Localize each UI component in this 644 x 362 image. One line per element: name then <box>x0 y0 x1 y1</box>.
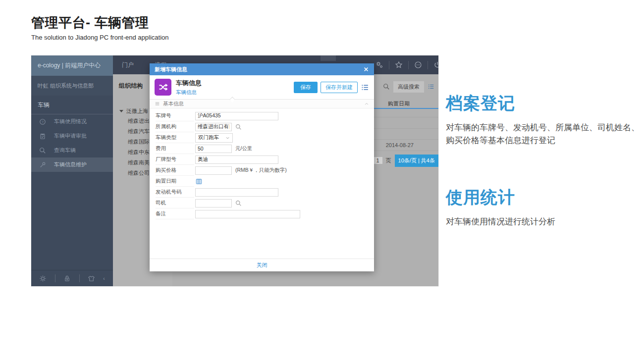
search-icon[interactable] <box>235 200 242 207</box>
field-label: 发动机号码 <box>156 187 194 198</box>
lock-icon[interactable] <box>63 275 71 282</box>
tree-expander-icon[interactable] <box>119 110 123 112</box>
divider <box>389 61 389 69</box>
modal-header: 车辆信息 车辆信息 保存 保存并新建 <box>150 75 374 99</box>
svg-text:?: ? <box>42 120 44 123</box>
feature-heading: 使用统计 <box>446 186 644 209</box>
list-menu-icon[interactable] <box>361 83 369 92</box>
question-circle-icon: ? <box>39 118 46 125</box>
field-label: 厂牌型号 <box>156 154 194 165</box>
sidebar-item-search-vehicle[interactable]: 查询车辆 <box>31 143 113 157</box>
nav-portal[interactable]: 门户 <box>122 61 134 69</box>
active-tab-highlight <box>321 55 336 61</box>
search-icon[interactable] <box>383 83 390 90</box>
vehicle-type-select[interactable]: 双门跑车 <box>195 133 233 143</box>
plate-number-input[interactable] <box>195 112 278 120</box>
modal-title: 新增车辆信息 <box>155 66 187 73</box>
advanced-search-button[interactable]: 高级搜索 <box>393 81 424 93</box>
clipboard-check-icon <box>39 133 46 140</box>
sidebar-item-vehicle-usage[interactable]: ? 车辆使用情况 <box>31 114 113 129</box>
field-label: 司机 <box>156 198 194 208</box>
page-title: 管理平台- 车辆管理 <box>31 14 149 32</box>
sidebar-item-vehicle-info-maintenance[interactable]: 车辆信息维护 <box>31 157 113 172</box>
modal-footer: 关闭 <box>150 259 374 271</box>
field-label: 所属机构 <box>156 121 194 132</box>
organization-input[interactable] <box>195 123 232 131</box>
page-number-input[interactable]: 1 <box>373 157 382 164</box>
close-icon[interactable] <box>363 66 369 72</box>
page-subtitle: The solution to Jiadong PC front-end app… <box>31 34 169 41</box>
sidebar-item-label: 车辆信息维护 <box>54 161 87 168</box>
list-menu-icon[interactable] <box>428 83 434 90</box>
modal-titlebar: 新增车辆信息 <box>150 63 374 75</box>
field-label: 购置日期 <box>156 176 194 187</box>
search-icon[interactable] <box>235 124 242 130</box>
field-label: 费用 <box>156 143 194 154</box>
gear-icon[interactable] <box>39 275 47 282</box>
search-icon <box>39 147 46 154</box>
chevron-up-icon[interactable] <box>364 102 369 106</box>
app-window: e-cology | 前端用户中心 叶虹 组织系统与信息部 车辆 ? 车辆使用情… <box>31 55 438 286</box>
feature-archive-registration: 档案登记 对车辆的车牌号、发动机号、所属单位、司机姓名、购买价格等基本信息进行登… <box>446 92 644 147</box>
sidebar-item-label: 车辆申请审批 <box>54 132 87 140</box>
grip-icon <box>155 101 160 106</box>
divider <box>55 274 55 282</box>
slide-canvas: 管理平台- 车辆管理 The solution to Jiadong PC fr… <box>0 0 644 362</box>
chevron-down-icon <box>225 136 230 140</box>
sidebar-item-label: 查询车辆 <box>54 147 76 154</box>
purchase-date-cell: 2014-08-27 <box>386 142 414 148</box>
form-title: 车辆信息 <box>176 79 202 88</box>
field-label: 车辆类型 <box>156 132 194 143</box>
sidebar-footer: ‹ <box>31 270 113 286</box>
field-label: 购买价格 <box>156 165 194 176</box>
user-info: 叶虹 组织系统与信息部 <box>31 76 113 96</box>
power-icon[interactable] <box>433 61 438 69</box>
wrench-icon <box>39 161 46 168</box>
feature-heading: 档案登记 <box>446 92 644 115</box>
save-and-new-button[interactable]: 保存并新建 <box>321 82 358 93</box>
divider <box>79 274 80 282</box>
shuffle-icon <box>155 79 171 96</box>
brand-model-input[interactable] <box>195 155 278 164</box>
vehicle-form: 车牌号 所属机构 车辆类型 双门跑 <box>150 108 374 219</box>
star-icon[interactable] <box>395 61 403 69</box>
section-title: 基本信息 <box>163 101 184 107</box>
purchase-price-input[interactable] <box>195 166 232 175</box>
field-label: 车牌号 <box>156 110 194 121</box>
save-button[interactable]: 保存 <box>294 82 318 93</box>
driver-input[interactable] <box>195 199 232 207</box>
divider <box>428 61 428 69</box>
app-brand: e-cology | 前端用户中心 <box>31 55 113 76</box>
section-basic-info: 基本信息 <box>150 99 374 108</box>
chevron-left-icon[interactable]: ‹ <box>103 276 105 281</box>
ellipsis-circle-icon[interactable] <box>414 61 422 69</box>
calendar-icon[interactable] <box>195 178 203 185</box>
page-size-badge[interactable]: 10条/页 | 共4条 <box>395 155 438 167</box>
engine-number-input[interactable] <box>195 188 278 197</box>
feature-text: 对车辆使用情况进行统计分析 <box>446 215 644 228</box>
form-tab-link[interactable]: 车辆信息 <box>176 89 202 96</box>
sidebar-item-vehicle-approval[interactable]: 车辆申请审批 <box>31 129 113 143</box>
cost-unit: 元/公里 <box>235 145 252 152</box>
close-button[interactable]: 关闭 <box>257 261 268 269</box>
gears-icon[interactable] <box>376 61 383 69</box>
sidebar-section-vehicle: 车辆 <box>31 96 113 114</box>
shirt-icon[interactable] <box>88 275 95 282</box>
divider <box>408 61 409 69</box>
new-vehicle-modal: 新增车辆信息 车辆信息 车辆信息 保存 保存并新建 <box>150 63 374 271</box>
field-label: 备注 <box>156 208 194 219</box>
sidebar: e-cology | 前端用户中心 叶虹 组织系统与信息部 车辆 ? 车辆使用情… <box>31 55 113 286</box>
remarks-input[interactable] <box>195 210 300 218</box>
sidebar-item-label: 车辆使用情况 <box>54 118 87 125</box>
cost-input[interactable] <box>195 145 232 153</box>
feature-usage-statistics: 使用统计 对车辆使用情况进行统计分析 <box>446 186 644 228</box>
price-hint: (RMB￥，只能为数字) <box>235 167 287 174</box>
pager-suffix: 页 <box>386 157 391 164</box>
feature-text: 对车辆的车牌号、发动机号、所属单位、司机姓名、购买价格等基本信息进行登记 <box>446 121 644 147</box>
